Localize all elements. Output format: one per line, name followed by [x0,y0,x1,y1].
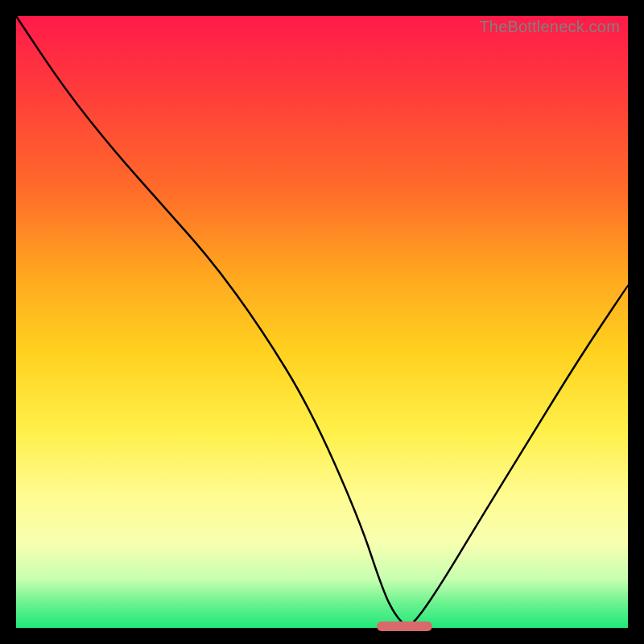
optimal-range-marker [377,621,431,631]
bottleneck-curve [16,16,628,628]
chart-frame: TheBottleneck.com [0,0,644,644]
plot-area: TheBottleneck.com [16,16,628,628]
